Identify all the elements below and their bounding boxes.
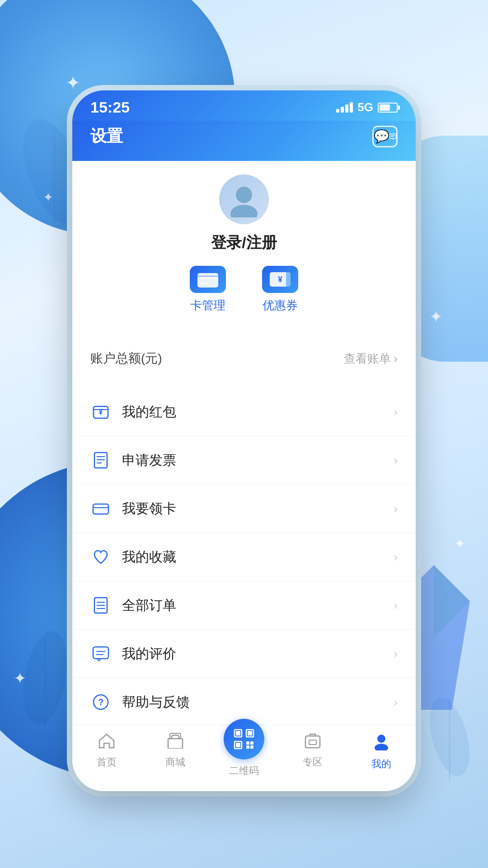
reviews-icon bbox=[90, 643, 111, 664]
red-packet-label: 我的红包 bbox=[122, 403, 383, 421]
orders-svg bbox=[92, 596, 110, 614]
svg-rect-20 bbox=[286, 272, 291, 287]
view-bill-link[interactable]: 查看账单 › bbox=[344, 351, 398, 367]
help-label: 帮助与反馈 bbox=[122, 693, 383, 712]
status-bar: 15:25 5G bbox=[72, 90, 416, 121]
svg-rect-34 bbox=[93, 647, 108, 659]
invoice-label: 申请发票 bbox=[122, 451, 383, 470]
favorites-icon bbox=[90, 547, 111, 567]
invoice-svg bbox=[92, 451, 110, 469]
card-management-action[interactable]: 卡管理 bbox=[190, 266, 226, 313]
home-svg bbox=[98, 732, 116, 749]
zone-icon bbox=[304, 732, 322, 753]
message-button[interactable] bbox=[372, 126, 398, 147]
battery-icon bbox=[378, 103, 398, 113]
signal-bar-2 bbox=[341, 107, 344, 113]
shop-icon bbox=[166, 732, 184, 753]
menu-item-red-packet[interactable]: ¥ 我的红包 › bbox=[72, 388, 416, 436]
svg-rect-52 bbox=[246, 745, 249, 749]
help-svg: ? bbox=[92, 693, 110, 711]
get-card-label: 我要领卡 bbox=[122, 500, 383, 518]
red-packet-svg: ¥ bbox=[92, 403, 110, 421]
signal-bar-3 bbox=[345, 104, 348, 113]
account-row: 账户总额(元) 查看账单 › bbox=[90, 350, 398, 367]
nav-mine-label: 我的 bbox=[371, 757, 391, 771]
profile-section: 登录/注册 卡管理 ¥ bbox=[72, 161, 416, 329]
svg-rect-28 bbox=[93, 504, 108, 514]
menu-item-get-card[interactable]: 我要领卡 › bbox=[72, 485, 416, 533]
menu-list: ¥ 我的红包 › 申请发票 › bbox=[72, 388, 416, 725]
coupon-action[interactable]: ¥ 优惠券 bbox=[262, 266, 298, 313]
nav-item-qrcode[interactable]: 二维码 bbox=[210, 732, 278, 778]
svg-marker-11 bbox=[392, 138, 394, 139]
svg-rect-54 bbox=[305, 736, 320, 748]
coupon-icon: ¥ bbox=[262, 266, 298, 293]
qr-button[interactable] bbox=[224, 719, 264, 760]
sparkle-4: ✦ bbox=[454, 536, 465, 552]
reviews-label: 我的评价 bbox=[122, 645, 383, 663]
red-packet-icon: ¥ bbox=[90, 401, 111, 422]
nav-item-shop[interactable]: 商城 bbox=[141, 732, 210, 778]
message-icon bbox=[389, 130, 396, 143]
menu-item-orders[interactable]: 全部订单 › bbox=[72, 581, 416, 630]
svg-rect-14 bbox=[197, 273, 218, 288]
menu-item-invoice[interactable]: 申请发票 › bbox=[72, 436, 416, 485]
invoice-icon bbox=[90, 450, 111, 471]
favorites-svg bbox=[92, 548, 110, 566]
svg-text:?: ? bbox=[98, 697, 103, 707]
login-register-text[interactable]: 登录/注册 bbox=[211, 232, 277, 253]
mine-svg bbox=[372, 732, 390, 750]
nav-item-home[interactable]: 首页 bbox=[72, 732, 141, 778]
svg-rect-51 bbox=[250, 741, 253, 745]
header-title: 设置 bbox=[90, 125, 123, 147]
svg-rect-16 bbox=[199, 282, 208, 284]
chevron-right-icon: › bbox=[394, 352, 398, 366]
svg-rect-53 bbox=[250, 745, 253, 749]
home-icon bbox=[98, 732, 116, 753]
bottom-nav: 首页 商城 bbox=[72, 725, 416, 791]
svg-rect-8 bbox=[390, 133, 396, 138]
shop-svg bbox=[166, 732, 184, 749]
network-label: 5G bbox=[357, 100, 373, 114]
signal-bar-1 bbox=[336, 109, 339, 113]
svg-rect-55 bbox=[309, 740, 316, 745]
avatar[interactable] bbox=[219, 175, 269, 224]
menu-item-reviews[interactable]: 我的评价 › bbox=[72, 630, 416, 678]
svg-rect-45 bbox=[236, 731, 240, 736]
invoice-arrow: › bbox=[394, 453, 398, 467]
orders-arrow: › bbox=[394, 599, 398, 613]
get-card-icon bbox=[90, 498, 111, 519]
coupon-svg: ¥ bbox=[269, 270, 291, 288]
app-header: 设置 bbox=[72, 121, 416, 161]
reviews-arrow: › bbox=[394, 647, 398, 661]
orders-label: 全部订单 bbox=[122, 596, 383, 615]
account-section: 账户总额(元) 查看账单 › bbox=[72, 336, 416, 381]
card-svg bbox=[197, 270, 219, 288]
quick-actions: 卡管理 ¥ 优惠券 bbox=[190, 266, 298, 313]
account-label: 账户总额(元) bbox=[90, 350, 162, 367]
favorites-arrow: › bbox=[394, 550, 398, 564]
svg-rect-50 bbox=[246, 741, 249, 745]
menu-item-favorites[interactable]: 我的收藏 › bbox=[72, 533, 416, 581]
svg-rect-47 bbox=[248, 731, 252, 736]
nav-item-mine[interactable]: 我的 bbox=[347, 732, 416, 778]
svg-point-56 bbox=[377, 735, 385, 743]
status-icons: 5G bbox=[336, 100, 398, 114]
svg-rect-42 bbox=[168, 739, 183, 749]
menu-item-help[interactable]: ? 帮助与反馈 › bbox=[72, 678, 416, 725]
get-card-arrow: › bbox=[394, 502, 398, 516]
zone-svg bbox=[304, 732, 322, 749]
svg-rect-49 bbox=[236, 743, 240, 747]
svg-text:¥: ¥ bbox=[278, 275, 282, 284]
nav-item-zone[interactable]: 专区 bbox=[278, 732, 347, 778]
nav-qrcode-label: 二维码 bbox=[229, 764, 259, 778]
nav-zone-label: 专区 bbox=[303, 755, 323, 769]
favorites-label: 我的收藏 bbox=[122, 548, 383, 566]
status-time: 15:25 bbox=[90, 99, 130, 116]
qrcode-icon bbox=[233, 728, 255, 750]
orders-icon bbox=[90, 595, 111, 616]
help-icon: ? bbox=[90, 692, 111, 712]
sparkle-1: ✦ bbox=[66, 72, 81, 93]
card-management-label: 卡管理 bbox=[190, 297, 225, 313]
svg-rect-15 bbox=[197, 276, 218, 280]
